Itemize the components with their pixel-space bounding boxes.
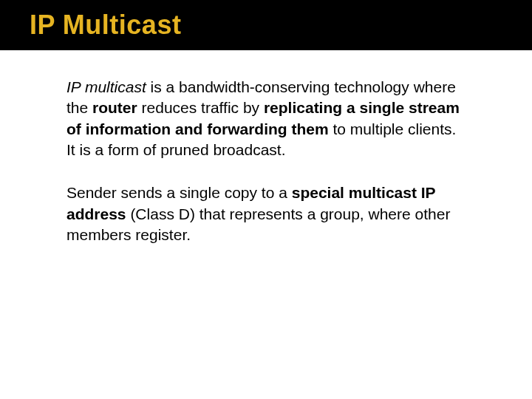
text-segment: Sender sends a single copy to a: [66, 184, 292, 201]
title-bar: IP Multicast: [0, 0, 532, 50]
slide-body: IP multicast is a bandwidth-conserving t…: [0, 50, 532, 245]
paragraph-1: IP multicast is a bandwidth-conserving t…: [66, 77, 466, 160]
text-segment: reduces traffic by: [137, 99, 264, 116]
term-ip-multicast: IP multicast: [66, 78, 146, 95]
slide-title: IP Multicast: [30, 10, 181, 41]
paragraph-2: Sender sends a single copy to a special …: [66, 183, 466, 245]
term-router: router: [92, 99, 137, 116]
